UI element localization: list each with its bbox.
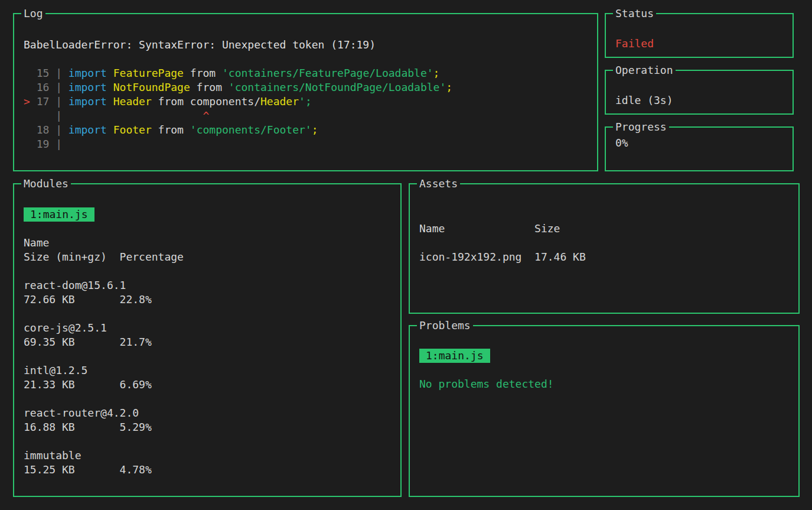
status-panel: Status Failed <box>605 13 794 58</box>
code-line: 15 | import FeaturePage from 'containers… <box>24 66 596 80</box>
modules-panel: Modules 1:main.js Name Size (min+gz) Per… <box>13 183 402 497</box>
module-row-name: intl@1.2.5 <box>24 363 399 378</box>
progress-panel-title: Progress <box>613 120 669 134</box>
module-row-size-percentage: 69.35 KB 21.7% <box>24 335 399 349</box>
module-row-size-percentage: 16.88 KB 5.29% <box>24 420 399 434</box>
module-row-size-percentage: 72.66 KB 22.8% <box>24 293 399 307</box>
problems-message: No problems detected! <box>419 377 797 391</box>
modules-panel-title: Modules <box>21 177 71 191</box>
code-line: > 17 | import Header from components/Hea… <box>24 95 596 109</box>
code-line: 18 | import Footer from 'components/Foot… <box>24 123 596 137</box>
module-row-size-percentage: 21.33 KB 6.69% <box>24 378 399 392</box>
progress-panel: Progress 0% <box>605 126 794 171</box>
problems-panel: Problems 1:main.js No problems detected! <box>409 325 800 497</box>
code-line: 19 | <box>24 137 596 151</box>
code-line: | ^ <box>24 109 596 123</box>
log-panel-title: Log <box>21 7 45 21</box>
status-value: Failed <box>615 37 791 51</box>
code-frame: 15 | import FeaturePage from 'containers… <box>24 66 596 151</box>
modules-header-size-percentage: Size (min+gz) Percentage <box>24 250 399 264</box>
module-row-name: immutable <box>24 449 399 463</box>
problems-panel-title: Problems <box>417 319 473 333</box>
assets-panel-title: Assets <box>417 177 460 191</box>
modules-table: react-dom@15.6.172.66 KB 22.8%core-js@2.… <box>24 264 399 477</box>
module-row-name: react-router@4.2.0 <box>24 406 399 420</box>
operation-value: idle (3s) <box>615 93 791 108</box>
code-line: 16 | import NotFoundPage from 'container… <box>24 80 596 95</box>
assets-table: icon-192x192.png 17.46 KB <box>419 250 797 264</box>
assets-header: Name Size <box>419 222 797 236</box>
modules-header-name: Name <box>24 236 399 250</box>
error-message: BabelLoaderError: SyntaxError: Unexpecte… <box>24 38 596 52</box>
problems-chunk-badge: 1:main.js <box>419 349 490 363</box>
status-panel-title: Status <box>613 7 656 21</box>
operation-panel: Operation idle (3s) <box>605 70 794 115</box>
assets-panel: Assets Name Size icon-192x192.png 17.46 … <box>409 183 800 314</box>
modules-chunk-badge: 1:main.js <box>24 207 94 222</box>
progress-value: 0% <box>615 136 791 150</box>
module-row-size-percentage: 15.25 KB 4.78% <box>24 463 399 477</box>
module-row-name: core-js@2.5.1 <box>24 321 399 335</box>
operation-panel-title: Operation <box>613 63 676 77</box>
log-panel: Log BabelLoaderError: SyntaxError: Unexp… <box>13 13 598 171</box>
module-row-name: react-dom@15.6.1 <box>24 278 399 293</box>
asset-row: icon-192x192.png 17.46 KB <box>419 250 797 264</box>
log-content: BabelLoaderError: SyntaxError: Unexpecte… <box>24 24 596 151</box>
